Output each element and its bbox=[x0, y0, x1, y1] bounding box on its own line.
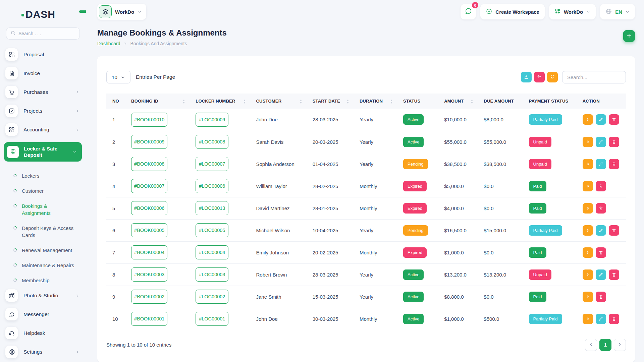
booking-id-pill[interactable]: #BOOK00008 bbox=[131, 157, 167, 171]
sidebar-search-input[interactable] bbox=[18, 31, 75, 36]
locker-number-pill[interactable]: #LOC00005 bbox=[196, 223, 228, 237]
sidebar-subitem-lockers[interactable]: Lockers bbox=[9, 168, 82, 183]
prev-page-button[interactable] bbox=[585, 339, 597, 351]
locker-number-pill[interactable]: #LOC00006 bbox=[196, 179, 228, 193]
table-search-input[interactable] bbox=[562, 71, 626, 83]
booking-id-pill[interactable]: #BOOK00005 bbox=[131, 223, 167, 237]
booking-id-pill[interactable]: #BOOK00007 bbox=[131, 179, 167, 193]
delete-button[interactable] bbox=[596, 181, 606, 191]
entries-per-page-select[interactable]: 10 bbox=[106, 71, 130, 83]
locker-number-pill[interactable]: #LOC00007 bbox=[196, 157, 228, 171]
current-page-button[interactable]: 1 bbox=[599, 339, 611, 351]
cell-locker-number: #LOC00009 bbox=[190, 109, 250, 131]
locker-number-pill[interactable]: #LOC00009 bbox=[196, 113, 228, 127]
delete-button[interactable] bbox=[596, 203, 606, 214]
create-workspace-button[interactable]: Create Workspace bbox=[480, 4, 545, 19]
delete-button[interactable] bbox=[609, 114, 619, 125]
trash-icon bbox=[598, 184, 603, 189]
edit-button[interactable] bbox=[596, 314, 606, 324]
column-header-start-date[interactable]: START DATE bbox=[307, 94, 354, 109]
delete-button[interactable] bbox=[596, 247, 606, 258]
cell-amount: $38,500.0 bbox=[438, 153, 478, 175]
refresh-button[interactable] bbox=[547, 72, 558, 82]
sidebar-subitem-maintenance-repairs[interactable]: Maintenance & Repairs bbox=[9, 258, 82, 273]
column-header-duration[interactable]: DURATION bbox=[354, 94, 397, 109]
column-header-amount[interactable]: AMOUNT bbox=[438, 94, 478, 109]
view-button[interactable] bbox=[583, 114, 593, 125]
locker-number-pill[interactable]: #LOC00001 bbox=[196, 312, 228, 326]
booking-id-pill[interactable]: #BOOK00004 bbox=[131, 245, 167, 259]
chat-button[interactable]: 0 bbox=[461, 4, 476, 19]
edit-button[interactable] bbox=[596, 159, 606, 169]
delete-button[interactable] bbox=[609, 137, 619, 147]
booking-id-pill[interactable]: #BOOK00006 bbox=[131, 201, 167, 215]
sidebar-item-invoice[interactable]: Invoice bbox=[5, 67, 82, 79]
column-header-customer[interactable]: CUSTOMER bbox=[250, 94, 307, 109]
cell-customer: William Taylor bbox=[250, 175, 307, 197]
locker-number-pill[interactable]: #LOC00004 bbox=[196, 245, 228, 259]
add-booking-button[interactable] bbox=[623, 30, 635, 42]
workdo-menu-button[interactable]: WorkDo bbox=[549, 4, 596, 19]
view-button[interactable] bbox=[583, 159, 593, 169]
view-button[interactable] bbox=[583, 269, 593, 280]
booking-id-pill[interactable]: #BOOK00002 bbox=[131, 290, 167, 304]
sidebar-item-locker-safe-deposit[interactable]: Locker & Safe Deposit bbox=[4, 142, 82, 162]
workspace-selector[interactable]: WorkDo bbox=[97, 4, 146, 20]
cell-booking-id: #BOOK00004 bbox=[125, 241, 190, 263]
chevron-down-icon bbox=[586, 10, 590, 14]
sidebar-item-settings[interactable]: Settings bbox=[5, 346, 82, 358]
sidebar-item-accounting[interactable]: Accounting bbox=[5, 123, 82, 136]
sidebar-subitem-bookings-assignments[interactable]: Bookings & Assignments bbox=[9, 198, 82, 221]
cell-action bbox=[577, 109, 626, 131]
view-button[interactable] bbox=[583, 247, 593, 258]
trash-icon bbox=[598, 294, 603, 299]
cell-status: Pending bbox=[397, 219, 438, 241]
sidebar-item-messenger[interactable]: Messenger bbox=[5, 308, 82, 320]
edit-button[interactable] bbox=[596, 114, 606, 125]
sidebar-item-purchases[interactable]: Purchases bbox=[5, 86, 82, 98]
sidebar-search[interactable] bbox=[6, 27, 80, 40]
view-button[interactable] bbox=[583, 292, 593, 302]
sidebar-item-helpdesk[interactable]: Helpdesk bbox=[5, 327, 82, 339]
booking-id-pill[interactable]: #BOOK00010 bbox=[131, 113, 167, 127]
next-page-button[interactable] bbox=[614, 339, 626, 351]
view-button[interactable] bbox=[583, 181, 593, 191]
sidebar-item-projects[interactable]: Projects bbox=[5, 105, 82, 117]
cell-status: Expired bbox=[397, 241, 438, 263]
export-button[interactable] bbox=[521, 72, 532, 82]
booking-id-pill[interactable]: #BOOK00001 bbox=[131, 312, 167, 326]
view-button[interactable] bbox=[583, 137, 593, 147]
cell-locker-number: #LOC00003 bbox=[190, 263, 250, 286]
delete-button[interactable] bbox=[609, 225, 619, 236]
edit-button[interactable] bbox=[596, 225, 606, 236]
breadcrumb-dashboard-link[interactable]: Dashboard bbox=[97, 41, 120, 46]
delete-button[interactable] bbox=[596, 292, 606, 302]
locker-number-pill[interactable]: #LOC00002 bbox=[196, 290, 228, 304]
reset-button[interactable] bbox=[534, 72, 545, 82]
cell-booking-id: #BOOK00009 bbox=[125, 131, 190, 153]
locker-number-pill[interactable]: #LOC00003 bbox=[196, 267, 228, 282]
booking-id-pill[interactable]: #BOOK00003 bbox=[131, 267, 167, 282]
submenu-bullet-icon bbox=[13, 173, 17, 178]
locker-number-pill[interactable]: #LOC00008 bbox=[196, 135, 228, 149]
edit-button[interactable] bbox=[596, 269, 606, 280]
column-header-locker-number[interactable]: LOCKER NUMBER bbox=[190, 94, 250, 109]
view-button[interactable] bbox=[583, 203, 593, 214]
column-header-booking-id[interactable]: BOOKING ID bbox=[125, 94, 190, 109]
edit-button[interactable] bbox=[596, 137, 606, 147]
language-selector[interactable]: EN bbox=[600, 4, 635, 19]
cell-no: 1 bbox=[106, 109, 125, 131]
sidebar-subitem-deposit-keys-access-cards[interactable]: Deposit Keys & Access Cards bbox=[9, 221, 82, 243]
delete-button[interactable] bbox=[609, 159, 619, 169]
booking-id-pill[interactable]: #BOOK00009 bbox=[131, 135, 167, 149]
sidebar-item-photo-studio[interactable]: Photo & Studio bbox=[5, 289, 82, 302]
sidebar-subitem-membership[interactable]: Membership bbox=[9, 273, 82, 288]
locker-number-pill[interactable]: #LOC00013 bbox=[196, 201, 228, 215]
delete-button[interactable] bbox=[609, 269, 619, 280]
sidebar-item-proposal[interactable]: Proposal bbox=[5, 48, 82, 61]
view-button[interactable] bbox=[583, 314, 593, 324]
delete-button[interactable] bbox=[609, 314, 619, 324]
sidebar-subitem-renewal-management[interactable]: Renewal Management bbox=[9, 243, 82, 258]
sidebar-subitem-customer[interactable]: Customer bbox=[9, 183, 82, 198]
view-button[interactable] bbox=[583, 225, 593, 236]
